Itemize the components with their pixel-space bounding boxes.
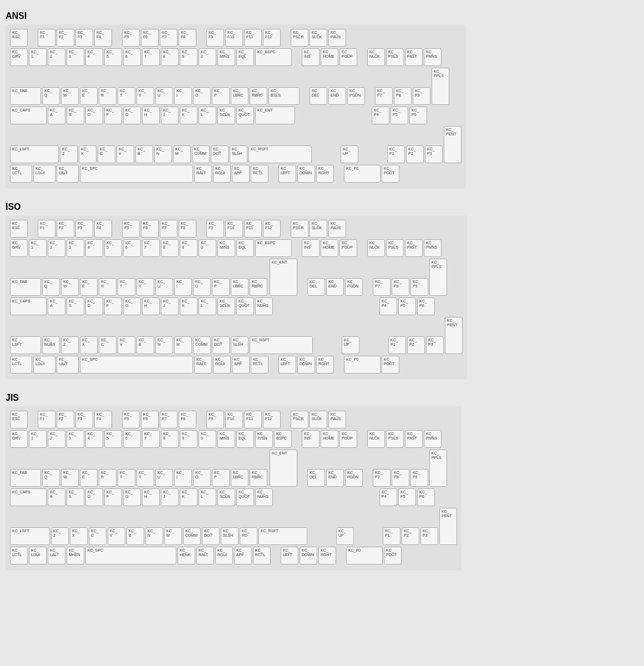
jis-key-f11[interactable]: KC_F11: [244, 411, 262, 428]
key-tab[interactable]: KC_TAB: [10, 87, 41, 105]
iso-key-down[interactable]: KC_DOWN: [297, 356, 315, 374]
jis-key-p8[interactable]: KC_P8: [392, 469, 409, 487]
key-del[interactable]: KC_DEL: [310, 87, 327, 105]
iso-key-3[interactable]: KC_3: [67, 239, 84, 257]
key-u[interactable]: KC_U: [155, 87, 173, 105]
jis-key-p3[interactable]: KC_P3: [420, 527, 438, 545]
jis-key-n[interactable]: KC_N: [145, 527, 163, 545]
iso-key-ins[interactable]: KC_INS: [302, 239, 320, 257]
key-p2[interactable]: KC_P2: [406, 145, 424, 163]
key-p9[interactable]: KC_P9: [413, 87, 430, 105]
iso-key-o[interactable]: KC_O: [193, 278, 211, 296]
iso-key-eql[interactable]: KC_EQL: [236, 239, 254, 257]
jis-key-rgui[interactable]: KC_RGUI: [215, 547, 233, 564]
jis-key-f4[interactable]: KC_F4: [94, 411, 112, 428]
jis-key-paus[interactable]: KC_PAUS: [328, 411, 346, 428]
iso-key-f7[interactable]: KC_F7: [160, 220, 178, 238]
iso-key-p8[interactable]: KC_P8: [392, 278, 409, 296]
iso-key-p5[interactable]: KC_P5: [398, 297, 416, 315]
iso-key-y[interactable]: KC_Y: [136, 278, 154, 296]
jis-key-p2[interactable]: KC_P2: [402, 527, 419, 545]
key-down[interactable]: KC_DOWN: [297, 165, 315, 183]
jis-key-f7[interactable]: KC_F7: [160, 411, 178, 428]
key-lgui[interactable]: KC_LGUI: [33, 165, 55, 183]
iso-key-app[interactable]: KC_APP: [232, 356, 250, 374]
key-rght[interactable]: KC_RGHT: [316, 165, 334, 183]
jis-key-slsh[interactable]: KC_SLSH: [221, 527, 239, 545]
jis-key-up[interactable]: KC_UP: [336, 527, 354, 545]
jis-key-p5[interactable]: KC_P5: [398, 488, 416, 506]
iso-key-z[interactable]: KC_Z: [61, 336, 79, 354]
key-7[interactable]: KC_7: [142, 48, 160, 66]
iso-key-f9[interactable]: KC_F9: [206, 220, 224, 238]
jis-key-9[interactable]: KC_9: [180, 430, 197, 448]
iso-key-u[interactable]: KC_U: [155, 278, 173, 296]
jis-key-scln[interactable]: KC_SCLN: [217, 488, 235, 506]
jis-key-psls[interactable]: KC_PSLS: [386, 430, 404, 448]
iso-key-i[interactable]: KC_I: [174, 278, 192, 296]
jis-key-p9[interactable]: KC_P9: [410, 469, 428, 487]
iso-key-home[interactable]: KC_HOME: [321, 239, 338, 257]
iso-key-j[interactable]: KC_J: [161, 297, 179, 315]
iso-key-v[interactable]: KC_V: [118, 336, 135, 354]
jis-key-q[interactable]: KC_Q: [42, 469, 60, 487]
iso-key-lsft[interactable]: KC_LSFT: [10, 336, 41, 354]
iso-key-2[interactable]: KC_2: [48, 239, 65, 257]
jis-key-pdot[interactable]: KC_PDOT: [384, 547, 402, 564]
iso-key-rsft[interactable]: KC_RSFT: [250, 336, 313, 354]
iso-key-caps[interactable]: KC_CAPS: [10, 297, 47, 315]
key-end[interactable]: KC_END: [328, 87, 346, 105]
iso-key-h[interactable]: KC_H: [142, 297, 160, 315]
iso-key-rbrc[interactable]: KC_RBRC: [250, 278, 267, 296]
key-up[interactable]: KC_UP: [341, 145, 358, 163]
jis-key-p[interactable]: KC_P: [212, 469, 230, 487]
iso-key-p7[interactable]: KC_P7: [373, 278, 391, 296]
key-j[interactable]: KC_J: [161, 107, 179, 124]
jis-key-comm[interactable]: KC_COMM: [183, 527, 201, 545]
jis-key-tab[interactable]: KC_TAB: [10, 469, 41, 487]
iso-key-scln[interactable]: KC_SCLN: [217, 297, 235, 315]
jis-key-bspc[interactable]: KC_BSPC: [274, 430, 292, 448]
jis-key-ent[interactable]: KC_ENT: [270, 450, 297, 487]
iso-key-7[interactable]: KC_7: [142, 239, 160, 257]
key-p3[interactable]: KC_P3: [425, 145, 443, 163]
iso-key-p3[interactable]: KC_P3: [426, 336, 444, 354]
jis-key-p4[interactable]: KC_P4: [379, 488, 397, 506]
iso-key-del[interactable]: KC_DEL: [307, 278, 325, 296]
jis-key-down[interactable]: KC_DOWN: [300, 547, 317, 564]
iso-key-mins[interactable]: KC_MINS: [217, 239, 235, 257]
key-i[interactable]: KC_I: [174, 87, 192, 105]
jis-key-w[interactable]: KC_W: [61, 469, 79, 487]
jis-key-lalt[interactable]: KC_LALT: [48, 547, 65, 564]
iso-key-pdot[interactable]: KC_PDOT: [382, 356, 399, 374]
jis-key-spc[interactable]: KC_SPC: [85, 547, 176, 564]
jis-key-e[interactable]: KC_E: [80, 469, 98, 487]
key-f1[interactable]: KC_F1: [38, 29, 55, 47]
jis-key-mins[interactable]: KC_MINS: [217, 430, 235, 448]
key-l[interactable]: KC_L: [199, 107, 216, 124]
iso-key-4[interactable]: KC_4: [85, 239, 103, 257]
jis-key-ppls[interactable]: KC_PPLS: [429, 450, 447, 487]
jis-key-c[interactable]: KC_C: [89, 527, 107, 545]
iso-key-ppls[interactable]: KC_PPLS: [429, 259, 447, 296]
jis-key-pscr[interactable]: KC_PSCR: [291, 411, 308, 428]
key-slsh[interactable]: KC_SLSH: [230, 145, 247, 163]
key-ppls[interactable]: KC_PPLS: [432, 68, 449, 105]
key-lbrc[interactable]: KC_LBRC: [231, 87, 249, 105]
jis-key-lctl[interactable]: KC_LCTL: [10, 547, 28, 564]
jis-key-henk[interactable]: KC_HENK: [178, 547, 195, 564]
jis-key-pent[interactable]: KC_PENT: [439, 508, 457, 545]
key-rsft[interactable]: KC_RSFT: [249, 145, 312, 163]
iso-key-lbrc[interactable]: KC_LBRC: [231, 278, 249, 296]
key-f9[interactable]: KC_F9: [206, 29, 224, 47]
jis-key-8[interactable]: KC_8: [161, 430, 179, 448]
jis-key-r[interactable]: KC_R: [99, 469, 116, 487]
jis-key-x[interactable]: KC_X: [70, 527, 88, 545]
jis-key-b[interactable]: KC_B: [126, 527, 144, 545]
jis-key-3[interactable]: KC_3: [67, 430, 84, 448]
key-p0[interactable]: KC_P0: [344, 165, 381, 183]
iso-key-8[interactable]: KC_8: [161, 239, 179, 257]
jis-key-f8[interactable]: KC_F8: [179, 411, 196, 428]
jis-key-f9[interactable]: KC_F9: [206, 411, 224, 428]
jis-key-v[interactable]: KC_V: [108, 527, 125, 545]
